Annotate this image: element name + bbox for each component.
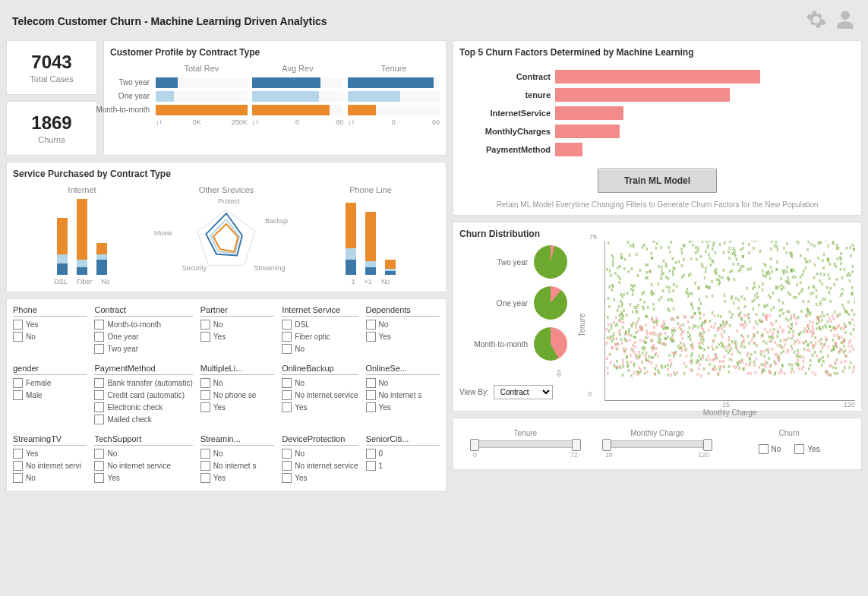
checkbox-icon[interactable]	[13, 378, 23, 388]
filter-option[interactable]: Yes	[200, 473, 274, 483]
filter-option[interactable]: No	[200, 378, 274, 388]
filter-option[interactable]: No	[282, 449, 358, 459]
filter-option[interactable]: No	[282, 378, 358, 388]
filter-option[interactable]: No phone se	[200, 390, 274, 400]
filter-option[interactable]: Credit card (automatic)	[94, 390, 192, 400]
filter-option[interactable]: No	[94, 449, 192, 459]
viewby-select[interactable]: Contract	[494, 385, 553, 399]
checkbox-icon[interactable]	[13, 461, 23, 471]
filter-option[interactable]: Yes	[200, 332, 274, 342]
subchart-other: Other Srevices	[157, 185, 295, 194]
filter-option[interactable]: No internet s	[366, 390, 440, 400]
filter-option[interactable]: Yes	[94, 473, 192, 483]
checkbox-icon[interactable]	[94, 473, 104, 483]
filter-option[interactable]: Two year	[94, 344, 192, 354]
checkbox-icon[interactable]	[282, 390, 292, 400]
checkbox-icon[interactable]	[94, 320, 104, 330]
checkbox-icon[interactable]	[200, 449, 210, 459]
filter-option[interactable]: No internet s	[200, 461, 274, 471]
checkbox-icon[interactable]	[13, 320, 23, 330]
checkbox-icon[interactable]	[94, 415, 104, 424]
expand-icon[interactable]: ⇩	[459, 368, 563, 379]
checkbox-icon[interactable]	[759, 444, 769, 454]
filter-option[interactable]: DSL	[282, 320, 358, 330]
checkbox-icon[interactable]	[13, 332, 23, 342]
filter-option[interactable]: No internet service	[282, 390, 358, 400]
checkbox-icon[interactable]	[366, 402, 376, 412]
checkbox-icon[interactable]	[366, 332, 376, 342]
checkbox-icon[interactable]	[366, 320, 376, 330]
checkbox-icon[interactable]	[366, 449, 376, 459]
svg-text:x: x	[720, 331, 723, 336]
filter-option[interactable]: No	[13, 473, 87, 483]
filter-option[interactable]: No	[366, 320, 440, 330]
svg-text:x: x	[640, 326, 643, 332]
slider-monthly[interactable]	[605, 440, 710, 448]
filter-option[interactable]: No internet servi	[13, 461, 87, 471]
checkbox-icon[interactable]	[366, 461, 376, 471]
checkbox-icon[interactable]	[13, 390, 23, 400]
checkbox-icon[interactable]	[794, 444, 804, 454]
checkbox-icon[interactable]	[200, 320, 210, 330]
checkbox-icon[interactable]	[94, 461, 104, 471]
svg-text:x: x	[651, 347, 654, 352]
checkbox-icon[interactable]	[282, 378, 292, 388]
filter-option[interactable]: Yes	[366, 402, 440, 412]
checkbox-icon[interactable]	[282, 473, 292, 483]
checkbox-icon[interactable]	[282, 449, 292, 459]
filter-option[interactable]: Electronic check	[94, 402, 192, 412]
settings-icon[interactable]	[806, 9, 827, 33]
checkbox-icon[interactable]	[94, 449, 104, 459]
checkbox-icon[interactable]	[282, 332, 292, 342]
profile-icon[interactable]	[835, 9, 856, 33]
scatter-tenure-monthly[interactable]: xxxxxxxxxxxxxxxxxxxxxxxxxxxxxxxxxxxxxxxx…	[604, 241, 855, 401]
filter-option[interactable]: Female	[13, 378, 87, 388]
checkbox-icon[interactable]	[200, 390, 210, 400]
checkbox-icon[interactable]	[282, 320, 292, 330]
checkbox-icon[interactable]	[13, 473, 23, 483]
filter-option[interactable]: Yes	[282, 402, 358, 412]
checkbox-icon[interactable]	[282, 344, 292, 354]
checkbox-icon[interactable]	[94, 344, 104, 354]
filter-option[interactable]: Yes	[13, 449, 87, 459]
checkbox-icon[interactable]	[282, 461, 292, 471]
filter-option[interactable]: Yes	[282, 473, 358, 483]
filter-option[interactable]: Yes	[200, 402, 274, 412]
checkbox-icon[interactable]	[200, 402, 210, 412]
checkbox-icon[interactable]	[200, 378, 210, 388]
slider-tenure[interactable]	[473, 440, 578, 448]
filter-option[interactable]: No	[200, 449, 274, 459]
filter-option[interactable]: 0	[366, 449, 440, 459]
filter-option[interactable]: Mailed check	[94, 415, 192, 424]
checkbox-icon[interactable]	[94, 402, 104, 412]
checkbox-icon[interactable]	[200, 332, 210, 342]
filter-option[interactable]: Month-to-month	[94, 320, 192, 330]
checkbox-icon[interactable]	[13, 449, 23, 459]
filter-option[interactable]: Yes	[13, 320, 87, 330]
filter-option[interactable]: No	[282, 344, 358, 354]
filter-option[interactable]: No internet service	[94, 461, 192, 471]
checkbox-icon[interactable]	[282, 402, 292, 412]
train-ml-button[interactable]: Train ML Model	[598, 169, 717, 193]
checkbox-icon[interactable]	[94, 390, 104, 400]
checkbox-icon[interactable]	[366, 378, 376, 388]
filter-option[interactable]: Male	[13, 390, 87, 400]
filter-option[interactable]: One year	[94, 332, 192, 342]
checkbox-icon[interactable]	[94, 378, 104, 388]
checkbox-icon[interactable]	[366, 390, 376, 400]
filter-option[interactable]: Yes	[366, 332, 440, 342]
churn-option[interactable]: Yes	[794, 444, 819, 454]
filter-option[interactable]: No	[366, 378, 440, 388]
checkbox-icon[interactable]	[200, 473, 210, 483]
checkbox-icon[interactable]	[200, 461, 210, 471]
filter-option[interactable]: No	[13, 332, 87, 342]
filter-option[interactable]: Fiber optic	[282, 332, 358, 342]
svg-text:x: x	[760, 318, 763, 323]
churn-option[interactable]: No	[759, 444, 781, 454]
filter-option[interactable]: 1	[366, 461, 440, 471]
filter-option[interactable]: Bank transfer (automatic)	[94, 378, 192, 388]
svg-text:x: x	[769, 295, 772, 300]
filter-option[interactable]: No internet service	[282, 461, 358, 471]
filter-option[interactable]: No	[200, 320, 274, 330]
checkbox-icon[interactable]	[94, 332, 104, 342]
